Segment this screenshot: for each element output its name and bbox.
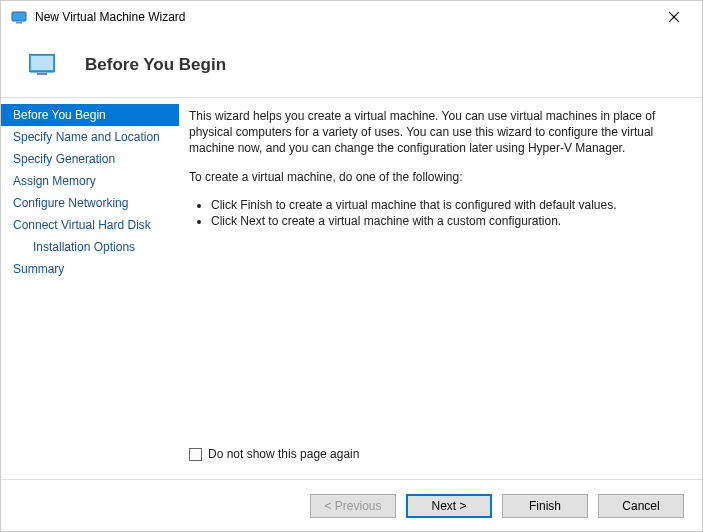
step-summary[interactable]: Summary <box>1 258 179 280</box>
wizard-body: Before You Begin Specify Name and Locati… <box>1 98 702 479</box>
intro-text: This wizard helps you create a virtual m… <box>189 108 682 157</box>
instruction-list: Click Finish to create a virtual machine… <box>189 197 682 229</box>
skip-page-row: Do not show this page again <box>189 447 682 461</box>
close-button[interactable] <box>654 3 694 31</box>
wizard-header: Before You Begin <box>1 33 702 97</box>
titlebar: New Virtual Machine Wizard <box>1 1 702 33</box>
window-title: New Virtual Machine Wizard <box>35 10 654 24</box>
svg-rect-1 <box>16 22 22 24</box>
step-specify-generation[interactable]: Specify Generation <box>1 148 179 170</box>
page-title: Before You Begin <box>85 55 226 75</box>
svg-rect-0 <box>12 12 26 21</box>
finish-button[interactable]: Finish <box>502 494 588 518</box>
instruction-item: Click Finish to create a virtual machine… <box>211 197 682 213</box>
previous-button: < Previous <box>310 494 396 518</box>
step-specify-name-location[interactable]: Specify Name and Location <box>1 126 179 148</box>
instruction-item: Click Next to create a virtual machine w… <box>211 213 682 229</box>
wizard-app-icon <box>11 9 27 25</box>
step-before-you-begin[interactable]: Before You Begin <box>1 104 179 126</box>
svg-rect-5 <box>31 56 53 70</box>
step-installation-options[interactable]: Installation Options <box>1 236 179 258</box>
skip-page-label: Do not show this page again <box>208 447 359 461</box>
wizard-footer: < Previous Next > Finish Cancel <box>1 479 702 531</box>
svg-rect-6 <box>37 73 47 75</box>
cancel-button[interactable]: Cancel <box>598 494 684 518</box>
wizard-header-icon <box>29 54 55 76</box>
wizard-window: New Virtual Machine Wizard Before You Be… <box>0 0 703 532</box>
prompt-text: To create a virtual machine, do one of t… <box>189 169 682 185</box>
step-configure-networking[interactable]: Configure Networking <box>1 192 179 214</box>
next-button[interactable]: Next > <box>406 494 492 518</box>
wizard-steps-sidebar: Before You Begin Specify Name and Locati… <box>1 98 179 479</box>
step-assign-memory[interactable]: Assign Memory <box>1 170 179 192</box>
wizard-content: This wizard helps you create a virtual m… <box>179 98 702 479</box>
skip-page-checkbox[interactable] <box>189 448 202 461</box>
step-connect-vhd[interactable]: Connect Virtual Hard Disk <box>1 214 179 236</box>
